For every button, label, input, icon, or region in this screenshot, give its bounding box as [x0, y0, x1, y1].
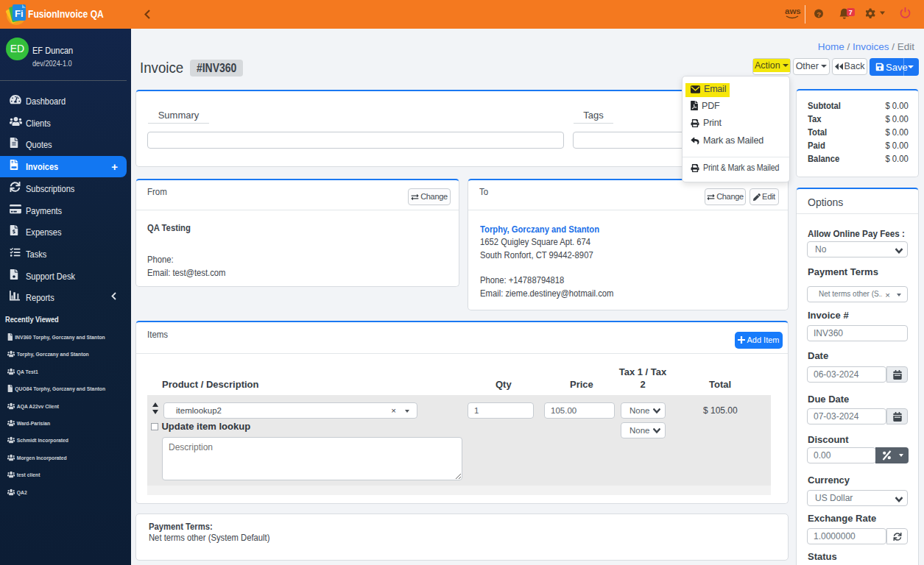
svg-text:?: ?: [817, 10, 821, 18]
svg-text:7: 7: [849, 9, 853, 16]
svg-text:Fi: Fi: [15, 8, 24, 19]
